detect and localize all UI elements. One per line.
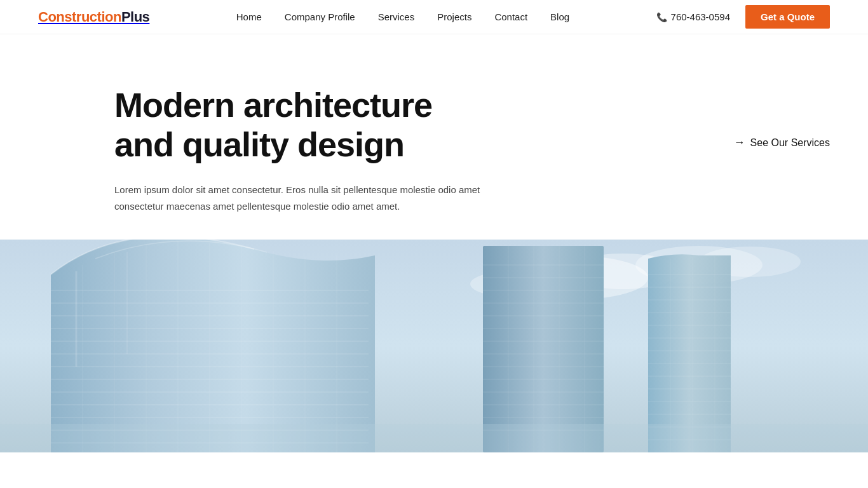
logo-construction: Construction: [38, 9, 121, 25]
header-right: 📞 760-463-0594 Get a Quote: [656, 5, 830, 29]
nav-services[interactable]: Services: [378, 11, 415, 22]
logo[interactable]: ConstructionPlus: [38, 9, 149, 25]
hero-content: Modern architecture and quality design L…: [114, 85, 830, 214]
hero-text: Modern architecture and quality design L…: [114, 85, 496, 214]
arrow-icon: →: [734, 136, 745, 149]
nav-contact[interactable]: Contact: [494, 11, 527, 22]
logo-plus: Plus: [121, 9, 149, 25]
nav-projects[interactable]: Projects: [437, 11, 471, 22]
see-services-label: See Our Services: [750, 137, 830, 149]
nav-company-profile[interactable]: Company Profile: [285, 11, 355, 22]
main-nav: Home Company Profile Services Projects C…: [236, 11, 569, 22]
phone-link[interactable]: 📞 760-463-0594: [656, 11, 730, 22]
nav-home[interactable]: Home: [236, 11, 262, 22]
svg-rect-64: [0, 424, 868, 452]
get-quote-button[interactable]: Get a Quote: [745, 5, 830, 29]
hero-description: Lorem ipsum dolor sit amet consectetur. …: [114, 182, 483, 214]
hero-title: Modern architecture and quality design: [114, 85, 496, 164]
nav-blog[interactable]: Blog: [550, 11, 569, 22]
building-background: [0, 240, 868, 452]
phone-number: 760-463-0594: [671, 11, 730, 22]
site-header: ConstructionPlus Home Company Profile Se…: [0, 0, 868, 34]
building-svg: [0, 240, 868, 452]
svg-rect-28: [483, 246, 604, 452]
building-image: [0, 240, 868, 452]
hero-section: Modern architecture and quality design L…: [0, 34, 868, 240]
phone-icon: 📞: [656, 12, 667, 22]
see-services-link[interactable]: → See Our Services: [734, 85, 830, 149]
